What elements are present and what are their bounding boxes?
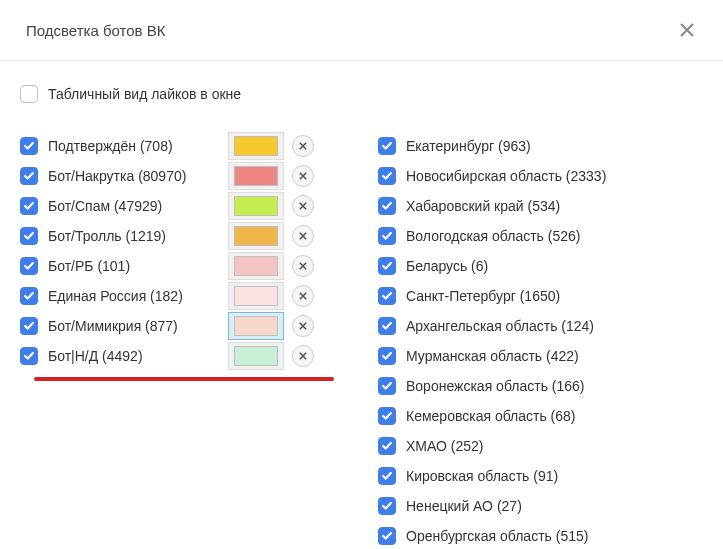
category-row: Бот/Спам (47929) <box>20 191 360 221</box>
region-checkbox[interactable] <box>378 377 396 395</box>
region-checkbox[interactable] <box>378 167 396 185</box>
category-checkbox[interactable] <box>20 167 38 185</box>
color-swatch[interactable] <box>234 166 278 186</box>
color-swatch-wrap <box>228 132 284 160</box>
dialog-header: Подсветка ботов ВК <box>0 0 723 61</box>
category-checkbox[interactable] <box>20 317 38 335</box>
region-label: ХМАО (252) <box>406 438 484 454</box>
region-row: Ненецкий АО (27) <box>378 491 703 521</box>
region-label: Ненецкий АО (27) <box>406 498 522 514</box>
region-label: Хабаровский край (534) <box>406 198 560 214</box>
clear-color-button[interactable] <box>292 225 314 247</box>
color-swatch-wrap <box>228 282 284 310</box>
clear-color-button[interactable] <box>292 195 314 217</box>
region-label: Санкт-Петербург (1650) <box>406 288 560 304</box>
color-swatch-wrap <box>228 252 284 280</box>
region-checkbox[interactable] <box>378 437 396 455</box>
category-checkbox[interactable] <box>20 227 38 245</box>
color-swatch[interactable] <box>234 316 278 336</box>
region-label: Вологодская область (526) <box>406 228 580 244</box>
region-checkbox[interactable] <box>378 497 396 515</box>
region-row: Кемеровская область (68) <box>378 401 703 431</box>
region-row: Воронежская область (166) <box>378 371 703 401</box>
region-label: Воронежская область (166) <box>406 378 585 394</box>
region-row: Хабаровский край (534) <box>378 191 703 221</box>
color-swatch-wrap <box>228 162 284 190</box>
color-swatch[interactable] <box>234 136 278 156</box>
red-underline-annotation <box>34 377 334 381</box>
regions-column: Екатеринбург (963)Новосибирская область … <box>378 131 703 549</box>
region-checkbox[interactable] <box>378 467 396 485</box>
region-row: Кировская область (91) <box>378 461 703 491</box>
clear-color-button[interactable] <box>292 165 314 187</box>
table-view-label: Табличный вид лайков в окне <box>48 86 241 102</box>
category-label: Подтверждён (708) <box>48 138 173 154</box>
region-label: Архангельская область (124) <box>406 318 594 334</box>
category-row: Бот/Накрутка (80970) <box>20 161 360 191</box>
region-label: Оренбургская область (515) <box>406 528 588 544</box>
category-row: Единая Россия (182) <box>20 281 360 311</box>
dialog-title: Подсветка ботов ВК <box>26 22 166 39</box>
region-row: Архангельская область (124) <box>378 311 703 341</box>
category-label: Бот/Тролль (1219) <box>48 228 166 244</box>
region-checkbox[interactable] <box>378 317 396 335</box>
dialog-content: Табличный вид лайков в окне Подтверждён … <box>0 61 723 549</box>
category-row: Бот/РБ (101) <box>20 251 360 281</box>
region-checkbox[interactable] <box>378 257 396 275</box>
category-row: Подтверждён (708) <box>20 131 360 161</box>
category-check-label: Бот/Накрутка (80970) <box>20 167 228 185</box>
region-checkbox[interactable] <box>378 227 396 245</box>
table-view-option: Табличный вид лайков в окне <box>20 85 703 103</box>
color-swatch-wrap <box>228 312 284 340</box>
region-row: Мурманская область (422) <box>378 341 703 371</box>
scrollbar[interactable] <box>712 62 720 542</box>
region-checkbox[interactable] <box>378 527 396 545</box>
categories-column: Подтверждён (708)Бот/Накрутка (80970)Бот… <box>20 131 360 371</box>
category-checkbox[interactable] <box>20 287 38 305</box>
category-checkbox[interactable] <box>20 347 38 365</box>
region-label: Мурманская область (422) <box>406 348 579 364</box>
color-swatch-wrap <box>228 222 284 250</box>
color-swatch-wrap <box>228 192 284 220</box>
region-checkbox[interactable] <box>378 197 396 215</box>
color-swatch[interactable] <box>234 196 278 216</box>
color-swatch[interactable] <box>234 286 278 306</box>
category-row: Бот|Н/Д (4492) <box>20 341 360 371</box>
region-checkbox[interactable] <box>378 137 396 155</box>
clear-color-button[interactable] <box>292 255 314 277</box>
clear-color-button[interactable] <box>292 315 314 337</box>
close-icon <box>679 22 695 38</box>
region-label: Екатеринбург (963) <box>406 138 531 154</box>
color-swatch[interactable] <box>234 346 278 366</box>
table-view-checkbox[interactable] <box>20 85 38 103</box>
region-checkbox[interactable] <box>378 407 396 425</box>
category-check-label: Единая Россия (182) <box>20 287 228 305</box>
category-label: Бот/Спам (47929) <box>48 198 162 214</box>
color-swatch[interactable] <box>234 226 278 246</box>
region-checkbox[interactable] <box>378 287 396 305</box>
category-check-label: Бот/Спам (47929) <box>20 197 228 215</box>
clear-color-button[interactable] <box>292 135 314 157</box>
clear-color-button[interactable] <box>292 345 314 367</box>
color-swatch[interactable] <box>234 256 278 276</box>
color-swatch-wrap <box>228 342 284 370</box>
category-checkbox[interactable] <box>20 197 38 215</box>
region-row: Вологодская область (526) <box>378 221 703 251</box>
category-check-label: Бот/РБ (101) <box>20 257 228 275</box>
region-row: Беларусь (6) <box>378 251 703 281</box>
category-label: Бот/Мимикрия (877) <box>48 318 178 334</box>
region-row: Оренбургская область (515) <box>378 521 703 549</box>
category-checkbox[interactable] <box>20 257 38 275</box>
close-button[interactable] <box>677 20 697 40</box>
category-label: Бот|Н/Д (4492) <box>48 348 143 364</box>
region-checkbox[interactable] <box>378 347 396 365</box>
region-row: Екатеринбург (963) <box>378 131 703 161</box>
category-checkbox[interactable] <box>20 137 38 155</box>
region-row: ХМАО (252) <box>378 431 703 461</box>
region-label: Кировская область (91) <box>406 468 558 484</box>
category-check-label: Бот|Н/Д (4492) <box>20 347 228 365</box>
category-row: Бот/Мимикрия (877) <box>20 311 360 341</box>
region-label: Кемеровская область (68) <box>406 408 576 424</box>
region-label: Беларусь (6) <box>406 258 488 274</box>
clear-color-button[interactable] <box>292 285 314 307</box>
